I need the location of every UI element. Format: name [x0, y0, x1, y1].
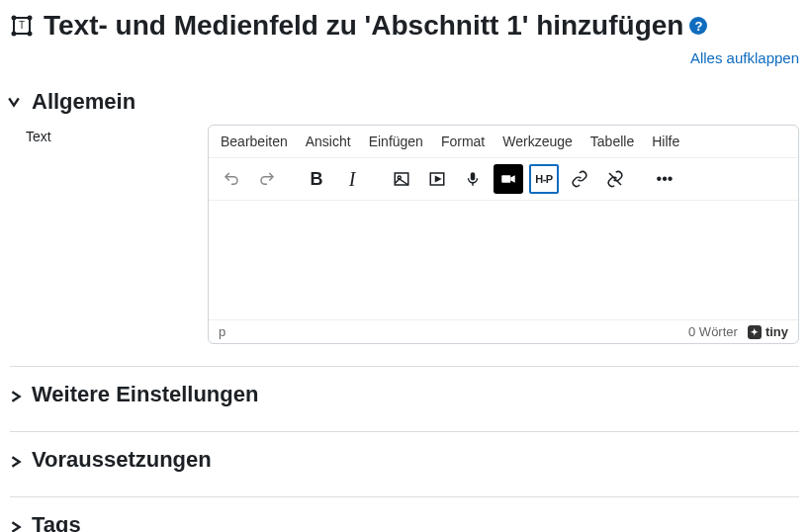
- rich-text-editor: Bearbeiten Ansicht Einfügen Format Werkz…: [208, 125, 799, 344]
- svg-rect-11: [501, 175, 510, 183]
- video-camera-icon[interactable]: [494, 164, 523, 194]
- editor-content-area[interactable]: [209, 201, 798, 319]
- section-prereq-title: Voraussetzungen: [32, 447, 212, 473]
- chevron-right-icon: [10, 389, 22, 400]
- section-further-title: Weitere Einstellungen: [32, 382, 258, 407]
- undo-icon[interactable]: [217, 164, 246, 194]
- menu-format[interactable]: Format: [441, 133, 485, 149]
- editor-toolbar: B I H-P: [209, 158, 798, 201]
- italic-button[interactable]: I: [337, 164, 367, 194]
- svg-point-3: [13, 33, 16, 36]
- section-general: Allgemein Text Bearbeiten Ansicht Einfüg…: [10, 74, 799, 348]
- svg-point-1: [13, 17, 16, 20]
- editor-menubar: Bearbeiten Ansicht Einfügen Format Werkz…: [209, 126, 798, 158]
- tiny-logo-icon: ✦: [748, 325, 762, 339]
- section-tags-header[interactable]: Tags: [10, 502, 799, 532]
- tiny-label: tiny: [765, 324, 788, 339]
- word-count: 0 Wörter: [688, 324, 738, 339]
- menu-view[interactable]: Ansicht: [306, 133, 351, 149]
- bold-button[interactable]: B: [302, 164, 331, 194]
- topbar: Alles aufklappen: [10, 49, 799, 66]
- field-label-text: Text: [10, 125, 188, 344]
- section-general-title: Allgemein: [32, 89, 135, 115]
- tiny-branding[interactable]: ✦ tiny: [748, 324, 788, 339]
- menu-insert[interactable]: Einfügen: [369, 133, 423, 149]
- page-heading: Text- und Medienfeld zu 'Abschnitt 1' hi…: [44, 10, 707, 42]
- svg-text:T: T: [19, 20, 25, 31]
- h5p-button[interactable]: H-P: [529, 164, 559, 194]
- help-icon[interactable]: ?: [689, 17, 707, 35]
- menu-help[interactable]: Hilfe: [652, 133, 679, 149]
- section-general-body: Text Bearbeiten Ansicht Einfügen Format …: [10, 125, 799, 344]
- editor-element-path[interactable]: p: [219, 324, 225, 339]
- unlink-icon[interactable]: [600, 164, 630, 194]
- menu-tools[interactable]: Werkzeuge: [502, 133, 573, 149]
- menu-edit[interactable]: Bearbeiten: [221, 133, 288, 149]
- svg-point-2: [29, 17, 32, 20]
- image-icon[interactable]: [387, 164, 416, 194]
- svg-point-4: [29, 33, 32, 36]
- section-prereq: Voraussetzungen: [10, 432, 799, 497]
- redo-icon[interactable]: [252, 164, 282, 194]
- chevron-right-icon: [10, 454, 22, 466]
- section-prereq-header[interactable]: Voraussetzungen: [10, 437, 799, 483]
- media-play-icon[interactable]: [422, 164, 452, 194]
- microphone-icon[interactable]: [458, 164, 488, 194]
- chevron-right-icon: [10, 519, 22, 531]
- section-further: Weitere Einstellungen: [10, 367, 799, 432]
- section-tags-title: Tags: [32, 512, 81, 532]
- section-further-header[interactable]: Weitere Einstellungen: [10, 372, 799, 417]
- module-label-icon: T: [10, 14, 34, 38]
- svg-rect-9: [471, 172, 476, 180]
- more-icon[interactable]: •••: [650, 164, 679, 194]
- editor-statusbar: p 0 Wörter ✦ tiny: [209, 319, 798, 343]
- section-tags: Tags: [10, 497, 799, 532]
- page-title-text: Text- und Medienfeld zu 'Abschnitt 1' hi…: [44, 10, 683, 42]
- chevron-down-icon: [10, 96, 22, 108]
- menu-table[interactable]: Tabelle: [590, 133, 634, 149]
- expand-all-link[interactable]: Alles aufklappen: [690, 49, 799, 66]
- section-general-header[interactable]: Allgemein: [10, 79, 799, 125]
- link-icon[interactable]: [565, 164, 594, 194]
- page-title-row: T Text- und Medienfeld zu 'Abschnitt 1' …: [10, 10, 799, 42]
